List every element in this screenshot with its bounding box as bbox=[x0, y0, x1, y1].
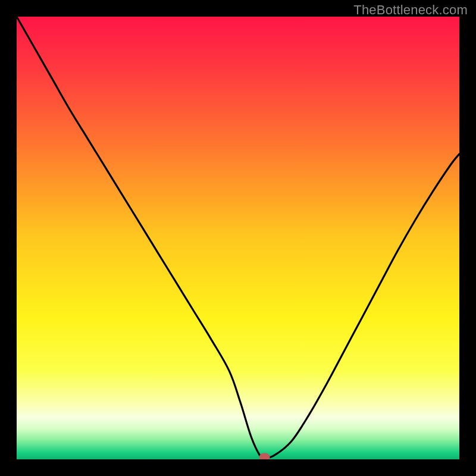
plot-area bbox=[17, 17, 459, 459]
watermark-text: TheBottleneck.com bbox=[353, 2, 468, 18]
bottleneck-chart bbox=[17, 17, 459, 459]
chart-frame: TheBottleneck.com bbox=[0, 0, 476, 476]
